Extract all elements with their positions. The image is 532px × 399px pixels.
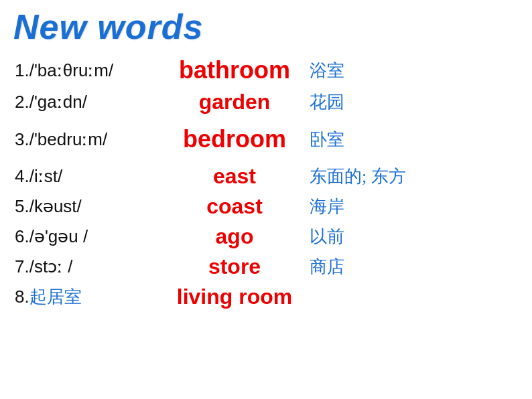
table-row: 6./ə'gəu /ago以前 bbox=[13, 222, 519, 252]
english-word-cell: store bbox=[161, 252, 308, 282]
english-word-cell: bedroom bbox=[161, 123, 308, 156]
table-row: 4./iːst/east东面的; 东方 bbox=[13, 161, 519, 191]
phonetic-cell: 4./iːst/ bbox=[13, 161, 161, 191]
phonetic-cell: 3./'bedruːm/ bbox=[13, 123, 161, 156]
phonetic-cell: 2./'gaːdn/ bbox=[13, 87, 161, 117]
phonetic-cell: 7./stɔː / bbox=[13, 252, 161, 282]
chinese-meaning-cell: 浴室 bbox=[308, 54, 519, 87]
english-word-cell: living room bbox=[161, 282, 308, 312]
table-row: 7./stɔː /store商店 bbox=[13, 252, 519, 282]
page: New words 1./'baːθruːm/bathroom浴室2./'gaː… bbox=[0, 0, 532, 399]
chinese-meaning-cell: 以前 bbox=[308, 222, 519, 252]
phonetic-cell: 1./'baːθruːm/ bbox=[13, 54, 161, 87]
english-word-cell: ago bbox=[161, 222, 308, 252]
chinese-meaning-cell: 海岸 bbox=[308, 191, 519, 222]
table-row: 1./'baːθruːm/bathroom浴室 bbox=[13, 54, 519, 87]
table-row: 8.起居室living room bbox=[13, 282, 519, 312]
english-word-cell: coast bbox=[161, 191, 308, 222]
phonetic-cell: 5./kəust/ bbox=[13, 191, 161, 222]
chinese-meaning-cell: 东面的; 东方 bbox=[308, 161, 519, 191]
table-row: 3./'bedruːm/bedroom卧室 bbox=[13, 123, 519, 156]
table-row: 2./'gaːdn/garden花园 bbox=[13, 87, 519, 117]
phonetic-chinese: 起居室 bbox=[29, 287, 82, 307]
english-word-cell: bathroom bbox=[161, 54, 308, 87]
spacer-row bbox=[13, 117, 519, 123]
page-title: New words bbox=[13, 7, 519, 47]
word-number: 8. bbox=[15, 287, 29, 307]
words-table: 1./'baːθruːm/bathroom浴室2./'gaːdn/garden花… bbox=[13, 54, 519, 312]
table-row: 5./kəust/coast海岸 bbox=[13, 191, 519, 222]
english-word-cell: east bbox=[161, 161, 308, 191]
chinese-meaning-cell: 卧室 bbox=[308, 123, 519, 156]
chinese-meaning-cell: 花园 bbox=[308, 87, 519, 117]
phonetic-cell: 6./ə'gəu / bbox=[13, 222, 161, 252]
chinese-meaning-cell: 商店 bbox=[308, 252, 519, 282]
english-word-cell: garden bbox=[161, 87, 308, 117]
phonetic-cell: 8.起居室 bbox=[13, 282, 161, 312]
spacer-row bbox=[13, 156, 519, 161]
chinese-meaning-cell bbox=[308, 282, 519, 312]
